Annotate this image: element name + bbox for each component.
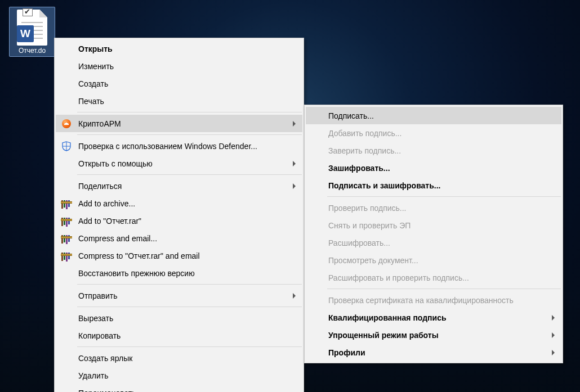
winrar-icon bbox=[60, 197, 73, 210]
submenu-add-sign[interactable]: Добавить подпись... bbox=[306, 124, 561, 142]
submenu-arrow-icon bbox=[552, 332, 555, 338]
menu-create[interactable]: Создать bbox=[56, 75, 302, 92]
cryptoarm-icon bbox=[60, 118, 73, 130]
menu-print[interactable]: Печать bbox=[56, 92, 302, 110]
word-file-icon: W bbox=[17, 10, 47, 46]
submenu-arrow-icon bbox=[552, 350, 555, 355]
menu-separator bbox=[77, 174, 302, 175]
submenu-arrow-icon bbox=[293, 161, 296, 166]
winrar-icon bbox=[60, 215, 73, 227]
menu-restore[interactable]: Восстановить прежнюю версию bbox=[56, 264, 302, 282]
submenu-remove-verify[interactable]: Снять и проверить ЭП bbox=[306, 217, 561, 234]
submenu-arrow-icon bbox=[293, 293, 296, 299]
file-label: Отчет.do bbox=[11, 47, 53, 55]
submenu-sign[interactable]: Подписать... bbox=[306, 107, 561, 124]
context-menu: Открыть Изменить Создать Печать КриптоАР… bbox=[54, 38, 304, 392]
cryptoarm-submenu: Подписать... Добавить подпись... Заверит… bbox=[304, 105, 563, 363]
submenu-view-doc[interactable]: Просмотреть документ... bbox=[306, 251, 561, 269]
submenu-decrypt-verify[interactable]: Расшифровать и проверить подпись... bbox=[306, 269, 561, 286]
menu-copy[interactable]: Копировать bbox=[56, 327, 302, 344]
menu-open-with[interactable]: Открыть с помощью bbox=[56, 155, 302, 172]
menu-rename[interactable]: Переименовать bbox=[56, 384, 302, 392]
menu-defender[interactable]: Проверка с использованием Windows Defend… bbox=[56, 137, 302, 155]
menu-cut[interactable]: Вырезать bbox=[56, 309, 302, 327]
submenu-arrow-icon bbox=[552, 315, 555, 321]
checkmark-badge-icon bbox=[23, 8, 33, 16]
submenu-cert-check[interactable]: Проверка сертификата на кавалифицированн… bbox=[306, 291, 561, 309]
menu-edit[interactable]: Изменить bbox=[56, 57, 302, 75]
word-badge-icon: W bbox=[17, 25, 34, 42]
menu-rar-email[interactable]: Compress and email... bbox=[56, 229, 302, 247]
menu-separator bbox=[77, 112, 302, 112]
menu-separator bbox=[77, 284, 302, 285]
menu-rar-add-named[interactable]: Add to "Отчет.rar" bbox=[56, 212, 302, 229]
submenu-certify-sign[interactable]: Заверить подпись... bbox=[306, 142, 561, 159]
menu-share[interactable]: Поделиться bbox=[56, 177, 302, 195]
submenu-profiles[interactable]: Профили bbox=[306, 344, 561, 361]
winrar-icon bbox=[60, 250, 73, 262]
submenu-arrow-icon bbox=[293, 183, 296, 189]
menu-open[interactable]: Открыть bbox=[56, 40, 302, 57]
menu-rar-add[interactable]: Add to archive... bbox=[56, 195, 302, 212]
submenu-sign-encrypt[interactable]: Подписать и зашифровать... bbox=[306, 177, 561, 194]
defender-shield-icon bbox=[60, 140, 73, 152]
desktop-file-icon[interactable]: W Отчет.do bbox=[9, 7, 55, 57]
menu-rar-email-named[interactable]: Compress to "Отчет.rar" and email bbox=[56, 247, 302, 264]
submenu-arrow-icon bbox=[293, 121, 296, 127]
menu-separator bbox=[327, 289, 561, 289]
menu-separator bbox=[77, 346, 302, 347]
menu-shortcut[interactable]: Создать ярлык bbox=[56, 349, 302, 367]
winrar-icon bbox=[60, 232, 73, 245]
submenu-encrypt[interactable]: Зашифровать... bbox=[306, 159, 561, 177]
menu-separator bbox=[327, 196, 561, 197]
submenu-verify-sign[interactable]: Проверить подпись... bbox=[306, 199, 561, 217]
menu-send[interactable]: Отправить bbox=[56, 287, 302, 304]
menu-delete[interactable]: Удалить bbox=[56, 367, 302, 384]
menu-separator bbox=[77, 307, 302, 307]
menu-separator bbox=[77, 134, 302, 135]
submenu-qualified-sign[interactable]: Квалифицированная подпись bbox=[306, 309, 561, 326]
submenu-simple-mode[interactable]: Упрощенный режим работы bbox=[306, 326, 561, 344]
submenu-decrypt[interactable]: Расшифровать... bbox=[306, 234, 561, 251]
menu-cryptoarm[interactable]: КриптоАРМ bbox=[56, 115, 302, 132]
